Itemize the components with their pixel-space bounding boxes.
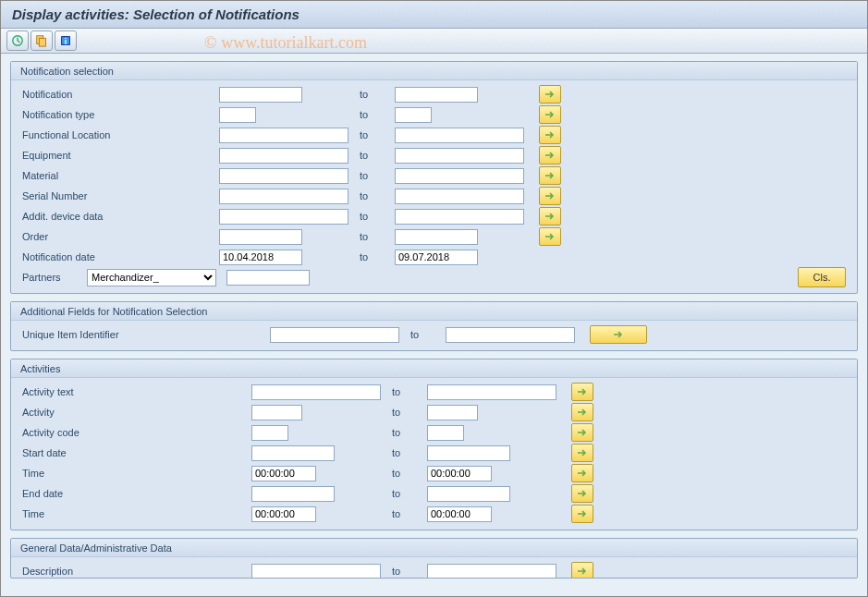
time2-from-input[interactable]: [251, 506, 316, 522]
row-notification-type: Notification type to: [20, 104, 848, 125]
time1-from-input[interactable]: [251, 466, 316, 481]
cls-button[interactable]: Cls.: [798, 267, 846, 287]
func-loc-multiselect-button[interactable]: [539, 126, 561, 144]
equipment-to-input[interactable]: [395, 148, 524, 164]
row-end-date: End date to: [20, 483, 848, 504]
start-date-to-input[interactable]: [427, 445, 510, 461]
arrow-right-icon: [577, 509, 588, 518]
arrow-right-icon: [577, 387, 588, 396]
addit-dev-multiselect-button[interactable]: [539, 207, 561, 225]
svg-rect-2: [39, 38, 45, 46]
addit-dev-from-input[interactable]: [219, 209, 348, 225]
act-code-to-input[interactable]: [427, 425, 464, 441]
arrow-right-icon: [544, 212, 556, 221]
serial-multiselect-button[interactable]: [539, 187, 561, 205]
arrow-right-icon: [577, 469, 588, 478]
arrow-right-icon: [544, 232, 556, 241]
start-date-multiselect-button[interactable]: [571, 444, 593, 462]
label-material: Material: [20, 170, 219, 181]
order-multiselect-button[interactable]: [539, 227, 561, 246]
uii-to-input[interactable]: [446, 327, 575, 343]
act-text-multiselect-button[interactable]: [571, 383, 593, 401]
row-activity-text: Activity text to: [20, 382, 848, 402]
notif-type-to-input[interactable]: [395, 107, 432, 123]
group-activities: Activities Activity text to Activity to: [10, 359, 858, 530]
label-activity-code: Activity code: [20, 427, 251, 438]
time1-to-input[interactable]: [427, 466, 492, 481]
label-time2: Time: [20, 508, 251, 519]
time1-multiselect-button[interactable]: [571, 464, 593, 482]
addit-dev-to-input[interactable]: [395, 209, 524, 225]
row-addit-device: Addit. device data to: [20, 206, 848, 226]
execute-button[interactable]: [6, 30, 29, 51]
description-from-input[interactable]: [251, 564, 381, 579]
info-icon: i: [59, 34, 72, 47]
material-multiselect-button[interactable]: [539, 166, 561, 185]
end-date-from-input[interactable]: [251, 486, 335, 502]
activity-to-input[interactable]: [427, 405, 478, 420]
notif-type-multiselect-button[interactable]: [539, 105, 561, 124]
start-date-from-input[interactable]: [251, 445, 335, 461]
act-code-from-input[interactable]: [251, 425, 288, 441]
func-loc-to-input[interactable]: [395, 128, 524, 143]
equipment-from-input[interactable]: [219, 148, 348, 164]
arrow-right-icon: [613, 330, 624, 339]
activity-from-input[interactable]: [251, 405, 302, 420]
page-title: Display activities: Selection of Notific…: [1, 1, 867, 29]
notif-type-from-input[interactable]: [219, 107, 256, 123]
arrow-right-icon: [577, 567, 588, 576]
label-activity-text: Activity text: [20, 386, 251, 397]
to-label: to: [390, 488, 427, 499]
arrow-right-icon: [577, 489, 588, 498]
notification-from-input[interactable]: [219, 87, 302, 103]
uii-multiselect-button[interactable]: [590, 325, 647, 344]
row-time1: Time to: [20, 463, 848, 483]
notif-date-to-input[interactable]: [395, 250, 478, 265]
info-button[interactable]: i: [55, 30, 77, 51]
arrow-right-icon: [544, 171, 556, 180]
partners-dropdown[interactable]: Merchandizer_: [87, 269, 216, 286]
to-label: to: [358, 109, 395, 120]
to-label: to: [390, 447, 427, 458]
row-description: Description to: [20, 561, 848, 578]
material-to-input[interactable]: [395, 168, 524, 184]
to-label: to: [358, 170, 395, 181]
arrow-right-icon: [577, 448, 588, 457]
row-equipment: Equipment to: [20, 145, 848, 165]
label-equipment: Equipment: [20, 150, 219, 161]
get-variant-button[interactable]: [31, 30, 53, 51]
group-title: Activities: [11, 359, 857, 378]
row-material: Material to: [20, 165, 848, 186]
end-date-to-input[interactable]: [427, 486, 510, 502]
equipment-multiselect-button[interactable]: [539, 146, 561, 164]
time2-multiselect-button[interactable]: [571, 505, 593, 523]
activity-multiselect-button[interactable]: [571, 403, 593, 421]
to-label: to: [390, 508, 427, 519]
notification-multiselect-button[interactable]: [539, 85, 561, 104]
order-to-input[interactable]: [395, 229, 478, 245]
to-label: to: [409, 329, 446, 340]
act-text-to-input[interactable]: [427, 384, 556, 400]
app-toolbar: i: [1, 29, 867, 54]
description-to-input[interactable]: [427, 564, 556, 579]
serial-to-input[interactable]: [395, 189, 524, 204]
arrow-right-icon: [577, 428, 588, 437]
description-multiselect-button[interactable]: [571, 562, 593, 578]
func-loc-from-input[interactable]: [219, 128, 348, 143]
end-date-multiselect-button[interactable]: [571, 484, 593, 503]
group-additional-fields: Additional Fields for Notification Selec…: [10, 301, 858, 351]
notif-date-from-input[interactable]: [219, 250, 302, 265]
order-from-input[interactable]: [219, 229, 302, 245]
partners-value-input[interactable]: [226, 270, 310, 286]
time2-to-input[interactable]: [427, 506, 492, 522]
to-label: to: [358, 251, 395, 262]
notification-to-input[interactable]: [395, 87, 478, 103]
act-code-multiselect-button[interactable]: [571, 423, 593, 442]
act-text-from-input[interactable]: [251, 384, 381, 400]
serial-from-input[interactable]: [219, 189, 348, 204]
to-label: to: [358, 150, 395, 161]
row-activity-code: Activity code to: [20, 422, 848, 443]
uii-from-input[interactable]: [270, 327, 399, 343]
material-from-input[interactable]: [219, 168, 348, 184]
to-label: to: [390, 427, 427, 438]
